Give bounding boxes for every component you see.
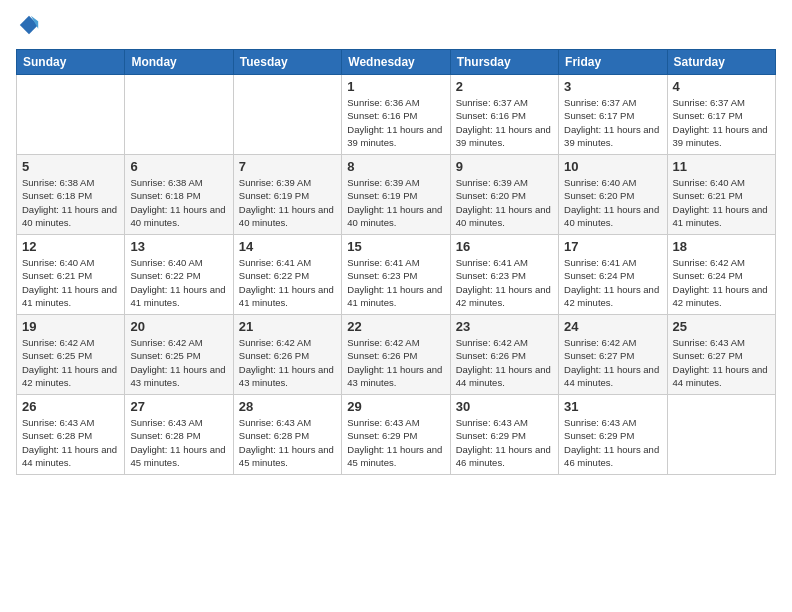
day-info: Sunrise: 6:41 AM Sunset: 6:24 PM Dayligh…: [564, 256, 661, 309]
calendar-cell: 9Sunrise: 6:39 AM Sunset: 6:20 PM Daylig…: [450, 155, 558, 235]
calendar-cell: 15Sunrise: 6:41 AM Sunset: 6:23 PM Dayli…: [342, 235, 450, 315]
calendar-cell: 3Sunrise: 6:37 AM Sunset: 6:17 PM Daylig…: [559, 75, 667, 155]
calendar-cell: 25Sunrise: 6:43 AM Sunset: 6:27 PM Dayli…: [667, 315, 775, 395]
calendar-cell: 31Sunrise: 6:43 AM Sunset: 6:29 PM Dayli…: [559, 395, 667, 475]
day-number: 1: [347, 79, 444, 94]
day-number: 25: [673, 319, 770, 334]
header: [16, 10, 776, 41]
calendar-cell: 7Sunrise: 6:39 AM Sunset: 6:19 PM Daylig…: [233, 155, 341, 235]
day-info: Sunrise: 6:39 AM Sunset: 6:19 PM Dayligh…: [239, 176, 336, 229]
day-number: 20: [130, 319, 227, 334]
weekday-header: Sunday: [17, 50, 125, 75]
calendar-cell: 20Sunrise: 6:42 AM Sunset: 6:25 PM Dayli…: [125, 315, 233, 395]
day-number: 5: [22, 159, 119, 174]
day-info: Sunrise: 6:40 AM Sunset: 6:21 PM Dayligh…: [22, 256, 119, 309]
day-info: Sunrise: 6:42 AM Sunset: 6:26 PM Dayligh…: [456, 336, 553, 389]
weekday-header: Thursday: [450, 50, 558, 75]
calendar-cell: 21Sunrise: 6:42 AM Sunset: 6:26 PM Dayli…: [233, 315, 341, 395]
calendar-cell: 2Sunrise: 6:37 AM Sunset: 6:16 PM Daylig…: [450, 75, 558, 155]
weekday-header: Saturday: [667, 50, 775, 75]
calendar-cell: 14Sunrise: 6:41 AM Sunset: 6:22 PM Dayli…: [233, 235, 341, 315]
day-info: Sunrise: 6:37 AM Sunset: 6:17 PM Dayligh…: [673, 96, 770, 149]
weekday-header: Friday: [559, 50, 667, 75]
weekday-header: Tuesday: [233, 50, 341, 75]
day-number: 4: [673, 79, 770, 94]
calendar-cell: 29Sunrise: 6:43 AM Sunset: 6:29 PM Dayli…: [342, 395, 450, 475]
weekday-header: Wednesday: [342, 50, 450, 75]
calendar-cell: 22Sunrise: 6:42 AM Sunset: 6:26 PM Dayli…: [342, 315, 450, 395]
calendar-cell: 17Sunrise: 6:41 AM Sunset: 6:24 PM Dayli…: [559, 235, 667, 315]
day-number: 15: [347, 239, 444, 254]
day-info: Sunrise: 6:43 AM Sunset: 6:28 PM Dayligh…: [22, 416, 119, 469]
day-info: Sunrise: 6:37 AM Sunset: 6:16 PM Dayligh…: [456, 96, 553, 149]
day-info: Sunrise: 6:42 AM Sunset: 6:25 PM Dayligh…: [22, 336, 119, 389]
day-info: Sunrise: 6:43 AM Sunset: 6:29 PM Dayligh…: [564, 416, 661, 469]
svg-marker-0: [20, 16, 38, 34]
day-info: Sunrise: 6:41 AM Sunset: 6:22 PM Dayligh…: [239, 256, 336, 309]
calendar: SundayMondayTuesdayWednesdayThursdayFrid…: [16, 49, 776, 475]
calendar-cell: 13Sunrise: 6:40 AM Sunset: 6:22 PM Dayli…: [125, 235, 233, 315]
day-info: Sunrise: 6:43 AM Sunset: 6:28 PM Dayligh…: [239, 416, 336, 469]
calendar-cell: 11Sunrise: 6:40 AM Sunset: 6:21 PM Dayli…: [667, 155, 775, 235]
calendar-cell: 24Sunrise: 6:42 AM Sunset: 6:27 PM Dayli…: [559, 315, 667, 395]
day-number: 10: [564, 159, 661, 174]
day-info: Sunrise: 6:38 AM Sunset: 6:18 PM Dayligh…: [22, 176, 119, 229]
calendar-week-row: 1Sunrise: 6:36 AM Sunset: 6:16 PM Daylig…: [17, 75, 776, 155]
day-info: Sunrise: 6:37 AM Sunset: 6:17 PM Dayligh…: [564, 96, 661, 149]
day-number: 8: [347, 159, 444, 174]
day-number: 6: [130, 159, 227, 174]
calendar-cell: 5Sunrise: 6:38 AM Sunset: 6:18 PM Daylig…: [17, 155, 125, 235]
day-info: Sunrise: 6:39 AM Sunset: 6:19 PM Dayligh…: [347, 176, 444, 229]
day-info: Sunrise: 6:42 AM Sunset: 6:24 PM Dayligh…: [673, 256, 770, 309]
calendar-week-row: 12Sunrise: 6:40 AM Sunset: 6:21 PM Dayli…: [17, 235, 776, 315]
day-number: 24: [564, 319, 661, 334]
calendar-cell: 4Sunrise: 6:37 AM Sunset: 6:17 PM Daylig…: [667, 75, 775, 155]
day-number: 16: [456, 239, 553, 254]
day-number: 2: [456, 79, 553, 94]
day-info: Sunrise: 6:43 AM Sunset: 6:27 PM Dayligh…: [673, 336, 770, 389]
day-info: Sunrise: 6:38 AM Sunset: 6:18 PM Dayligh…: [130, 176, 227, 229]
day-info: Sunrise: 6:41 AM Sunset: 6:23 PM Dayligh…: [347, 256, 444, 309]
calendar-cell: 10Sunrise: 6:40 AM Sunset: 6:20 PM Dayli…: [559, 155, 667, 235]
page: SundayMondayTuesdayWednesdayThursdayFrid…: [0, 0, 792, 612]
calendar-cell: 30Sunrise: 6:43 AM Sunset: 6:29 PM Dayli…: [450, 395, 558, 475]
day-number: 23: [456, 319, 553, 334]
day-info: Sunrise: 6:43 AM Sunset: 6:28 PM Dayligh…: [130, 416, 227, 469]
calendar-cell: 18Sunrise: 6:42 AM Sunset: 6:24 PM Dayli…: [667, 235, 775, 315]
day-number: 13: [130, 239, 227, 254]
day-number: 18: [673, 239, 770, 254]
calendar-cell: 8Sunrise: 6:39 AM Sunset: 6:19 PM Daylig…: [342, 155, 450, 235]
day-info: Sunrise: 6:40 AM Sunset: 6:20 PM Dayligh…: [564, 176, 661, 229]
calendar-cell: 19Sunrise: 6:42 AM Sunset: 6:25 PM Dayli…: [17, 315, 125, 395]
day-number: 7: [239, 159, 336, 174]
calendar-cell: [17, 75, 125, 155]
day-number: 26: [22, 399, 119, 414]
day-info: Sunrise: 6:42 AM Sunset: 6:26 PM Dayligh…: [239, 336, 336, 389]
calendar-cell: 27Sunrise: 6:43 AM Sunset: 6:28 PM Dayli…: [125, 395, 233, 475]
day-info: Sunrise: 6:39 AM Sunset: 6:20 PM Dayligh…: [456, 176, 553, 229]
day-info: Sunrise: 6:42 AM Sunset: 6:27 PM Dayligh…: [564, 336, 661, 389]
day-number: 14: [239, 239, 336, 254]
day-info: Sunrise: 6:43 AM Sunset: 6:29 PM Dayligh…: [456, 416, 553, 469]
calendar-week-row: 19Sunrise: 6:42 AM Sunset: 6:25 PM Dayli…: [17, 315, 776, 395]
calendar-cell: [667, 395, 775, 475]
calendar-cell: 26Sunrise: 6:43 AM Sunset: 6:28 PM Dayli…: [17, 395, 125, 475]
calendar-week-row: 26Sunrise: 6:43 AM Sunset: 6:28 PM Dayli…: [17, 395, 776, 475]
calendar-cell: 28Sunrise: 6:43 AM Sunset: 6:28 PM Dayli…: [233, 395, 341, 475]
day-number: 19: [22, 319, 119, 334]
day-number: 21: [239, 319, 336, 334]
day-info: Sunrise: 6:40 AM Sunset: 6:21 PM Dayligh…: [673, 176, 770, 229]
logo: [16, 14, 40, 41]
day-number: 22: [347, 319, 444, 334]
weekday-header-row: SundayMondayTuesdayWednesdayThursdayFrid…: [17, 50, 776, 75]
day-info: Sunrise: 6:42 AM Sunset: 6:25 PM Dayligh…: [130, 336, 227, 389]
day-info: Sunrise: 6:40 AM Sunset: 6:22 PM Dayligh…: [130, 256, 227, 309]
day-number: 17: [564, 239, 661, 254]
calendar-cell: 1Sunrise: 6:36 AM Sunset: 6:16 PM Daylig…: [342, 75, 450, 155]
calendar-cell: 16Sunrise: 6:41 AM Sunset: 6:23 PM Dayli…: [450, 235, 558, 315]
day-info: Sunrise: 6:36 AM Sunset: 6:16 PM Dayligh…: [347, 96, 444, 149]
calendar-cell: [233, 75, 341, 155]
calendar-cell: 12Sunrise: 6:40 AM Sunset: 6:21 PM Dayli…: [17, 235, 125, 315]
calendar-cell: [125, 75, 233, 155]
logo-icon: [18, 14, 40, 36]
